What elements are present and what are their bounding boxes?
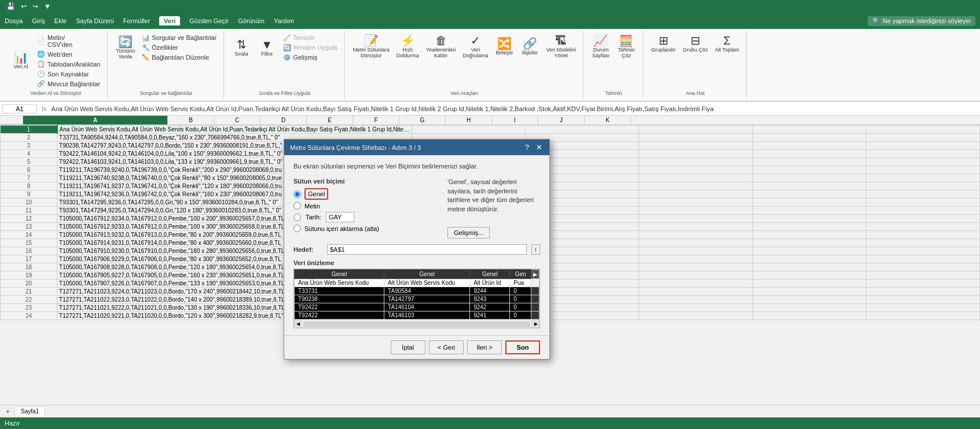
ribbon-btn-tahmin-coz[interactable]: 🧮 TahminÇöz <box>615 34 638 60</box>
table-cell[interactable] <box>753 231 866 239</box>
next-button[interactable]: İleri > <box>467 340 502 354</box>
hscroll-right-btn[interactable]: ▶ <box>531 320 539 328</box>
table-cell[interactable] <box>866 288 979 296</box>
table-cell[interactable] <box>639 199 753 207</box>
dialog-help-btn[interactable]: ? <box>524 143 530 152</box>
table-cell[interactable] <box>639 190 753 199</box>
table-cell[interactable] <box>866 239 979 247</box>
table-cell[interactable] <box>639 207 753 215</box>
table-cell[interactable] <box>639 296 753 304</box>
ribbon-btn-mevcut-baglanti[interactable]: 🔗 Mevcut Bağlantılar <box>35 79 102 88</box>
ribbon-btn-tumunu-yenile[interactable]: 🔄 TümünüYenile <box>113 35 137 61</box>
table-cell[interactable] <box>866 247 979 255</box>
ribbon-btn-metni-sutunlara[interactable]: 📝 Metni SütunlaraDönüştür <box>351 34 392 60</box>
cancel-button[interactable]: İptal <box>391 340 425 354</box>
table-cell[interactable] <box>639 231 753 239</box>
table-cell[interactable] <box>753 134 866 142</box>
hscroll-left-btn[interactable]: ◀ <box>294 320 302 328</box>
col-header-K[interactable]: K <box>585 116 631 124</box>
search-box[interactable]: 🔍 Ne yapmak istediğinizi söyleyin <box>868 16 975 26</box>
col-header-F[interactable]: F <box>353 116 399 124</box>
table-cell[interactable] <box>753 174 866 182</box>
ribbon-btn-gruplandır[interactable]: ⊞ Gruplandır <box>649 34 678 54</box>
col-header-I[interactable]: I <box>492 116 538 124</box>
table-cell[interactable] <box>753 199 866 207</box>
ribbon-btn-veri-al[interactable]: 📊 Veri Al <box>9 50 32 71</box>
ribbon-btn-veri-modeli[interactable]: 🏗 Veri ModeliniYönet <box>544 34 578 60</box>
table-cell[interactable] <box>866 150 979 158</box>
table-cell[interactable] <box>866 255 979 263</box>
table-cell[interactable] <box>753 239 866 247</box>
table-cell[interactable] <box>639 272 753 280</box>
ribbon-btn-grubu-coz[interactable]: ⊟ Grubu Çöz <box>680 34 710 54</box>
save-icon[interactable]: 💾 <box>5 2 17 11</box>
table-cell[interactable] <box>639 142 753 150</box>
table-cell[interactable] <box>866 158 979 166</box>
table-cell[interactable]: Ana Ürün Web Servis Kodu,Alt Ürün Web Se… <box>57 126 412 134</box>
table-cell[interactable] <box>753 255 866 263</box>
col-header-B[interactable]: B <box>168 116 214 124</box>
ribbon-btn-sirala[interactable]: ⇅ Sırala <box>230 38 253 58</box>
table-cell[interactable] <box>866 223 979 231</box>
table-cell[interactable] <box>639 166 753 174</box>
table-cell[interactable] <box>753 182 866 190</box>
table-cell[interactable] <box>753 223 866 231</box>
table-cell[interactable] <box>866 280 979 288</box>
table-cell[interactable] <box>866 263 979 272</box>
col-header-H[interactable]: H <box>446 116 492 124</box>
table-cell[interactable] <box>866 215 979 223</box>
preview-scroll-right-btn[interactable]: ▶ <box>531 270 539 279</box>
table-cell[interactable] <box>753 296 866 304</box>
back-button[interactable]: < Geri <box>429 340 464 354</box>
ribbon-btn-birlestir[interactable]: 🔀 Birleştir <box>493 36 516 57</box>
menu-yardim[interactable]: Yardım <box>274 17 294 24</box>
table-cell[interactable] <box>753 272 866 280</box>
table-cell[interactable] <box>866 134 979 142</box>
ribbon-btn-son-kaynaklar[interactable]: 🕐 Son Kaynaklar <box>35 69 102 78</box>
menu-formuller[interactable]: Formüller <box>123 17 150 24</box>
table-cell[interactable] <box>866 312 979 320</box>
ribbon-btn-gelismis[interactable]: ⚙️ Gelişmiş <box>281 53 340 62</box>
table-cell[interactable] <box>866 231 979 239</box>
table-cell[interactable] <box>753 215 866 223</box>
table-cell[interactable] <box>753 280 866 288</box>
ribbon-btn-tablodan[interactable]: 📋 Tablodan/Aralıktan <box>35 60 102 68</box>
menu-ekle[interactable]: Ekle <box>54 17 67 24</box>
table-cell[interactable] <box>639 223 753 231</box>
ribbon-btn-web[interactable]: 🌐 Web'den <box>35 50 102 58</box>
col-header-E[interactable]: E <box>307 116 353 124</box>
table-cell[interactable] <box>753 126 866 134</box>
table-cell[interactable] <box>639 126 753 134</box>
table-cell[interactable] <box>639 215 753 223</box>
table-cell[interactable] <box>639 288 753 296</box>
table-cell[interactable] <box>639 247 753 255</box>
col-header-D[interactable]: D <box>260 116 307 124</box>
ribbon-btn-yinelenenleri-kaldir[interactable]: 🗑 YinelenenleriKaldır <box>424 34 458 60</box>
hedef-input[interactable] <box>327 244 527 255</box>
table-cell[interactable] <box>753 247 866 255</box>
table-cell[interactable] <box>866 296 979 304</box>
table-cell[interactable] <box>639 304 753 312</box>
advanced-button[interactable]: Gelişmiş... <box>447 227 490 239</box>
table-cell[interactable] <box>639 150 753 158</box>
table-cell[interactable] <box>753 263 866 272</box>
ribbon-btn-yeniden-uygula[interactable]: 🔄 Yeniden Uygula <box>281 43 340 52</box>
ribbon-btn-temizle[interactable]: 🧹 Temizle <box>281 34 340 42</box>
table-cell[interactable] <box>753 312 866 320</box>
table-cell[interactable] <box>866 207 979 215</box>
table-cell[interactable] <box>753 158 866 166</box>
table-cell[interactable] <box>639 239 753 247</box>
formula-input[interactable] <box>52 105 978 112</box>
col-header-C[interactable]: C <box>214 116 260 124</box>
menu-giris[interactable]: Giriş <box>32 17 45 24</box>
redo-icon[interactable]: ↪ <box>31 2 40 11</box>
hedef-ref-btn[interactable]: ↑ <box>531 244 541 255</box>
table-cell[interactable] <box>639 255 753 263</box>
radio-tarih-input[interactable] <box>293 214 301 221</box>
customize-icon[interactable]: ▼ <box>42 2 53 11</box>
table-cell[interactable] <box>866 142 979 150</box>
table-cell[interactable] <box>866 190 979 199</box>
ribbon-btn-hizli-doldur[interactable]: ⚡ HızlıDoldurma <box>394 34 421 60</box>
col-header-A[interactable]: A <box>23 116 168 124</box>
ribbon-btn-iliskiler[interactable]: 🔗 İlişkiler <box>518 36 541 57</box>
